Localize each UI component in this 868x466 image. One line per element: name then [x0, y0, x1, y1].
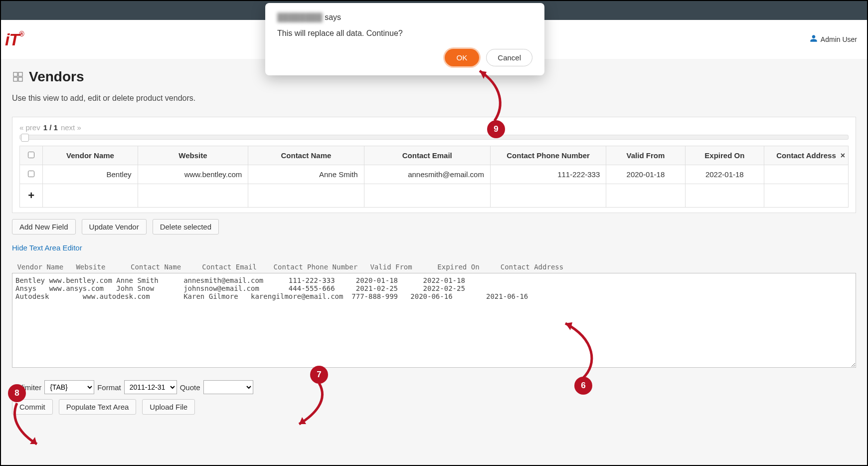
annotation-badge-6: 6 — [574, 377, 592, 395]
pager-prev[interactable]: « prev — [19, 123, 40, 132]
add-row-icon[interactable]: + — [28, 189, 34, 202]
svg-marker-5 — [565, 322, 572, 330]
editor-options-row: Delimiter {TAB} Format 2011-12-31 Quote — [12, 380, 856, 394]
dialog-source-hidden: ████████ — [277, 13, 323, 21]
cell-vendor-name[interactable]: Bentley — [43, 165, 138, 184]
vendors-table: Vendor Name Website Contact Name Contact… — [19, 146, 849, 208]
close-column-icon[interactable]: × — [841, 151, 845, 160]
user-block[interactable]: Admin User — [810, 34, 857, 44]
quote-label: Quote — [180, 383, 200, 392]
col-contact-phone[interactable]: Contact Phone Number — [490, 146, 606, 165]
pager: « prev 1 / 1 next » — [19, 123, 849, 132]
text-area-editor[interactable] — [12, 273, 856, 368]
format-select[interactable]: 2011-12-31 — [124, 380, 177, 394]
populate-button[interactable]: Populate Text Area — [59, 399, 137, 415]
cell-contact-name[interactable]: Anne Smith — [248, 165, 364, 184]
ok-button[interactable]: OK — [445, 49, 480, 66]
delimiter-select[interactable]: {TAB} — [44, 380, 94, 394]
cell-contact-phone[interactable]: 111-222-333 — [490, 165, 606, 184]
pager-position: 1 / 1 — [43, 123, 58, 132]
quote-select[interactable] — [203, 380, 253, 394]
grid-icon — [12, 71, 24, 83]
pager-next[interactable]: next » — [61, 123, 81, 132]
col-contact-email[interactable]: Contact Email — [364, 146, 490, 165]
user-name: Admin User — [821, 35, 857, 43]
add-new-field-button[interactable]: Add New Field — [12, 219, 76, 234]
select-all-checkbox[interactable] — [28, 152, 34, 158]
svg-rect-1 — [18, 72, 22, 76]
col-contact-name[interactable]: Contact Name — [248, 146, 364, 165]
annotation-badge-8: 8 — [8, 384, 26, 402]
svg-rect-2 — [13, 77, 17, 81]
vendors-panel: « prev 1 / 1 next » Vendor Name Website — [12, 117, 856, 213]
row-checkbox[interactable] — [28, 171, 34, 177]
col-contact-address[interactable]: Contact Address × — [764, 146, 849, 165]
cancel-button[interactable]: Cancel — [486, 49, 532, 66]
table-row: Bentley www.bentley.com Anne Smith annes… — [20, 165, 849, 184]
annotation-arrow-6 — [555, 319, 605, 384]
cell-expired-on[interactable]: 2022-01-18 — [685, 165, 764, 184]
upload-file-button[interactable]: Upload File — [142, 399, 195, 415]
cell-contact-email[interactable]: annesmith@email.com — [364, 165, 490, 184]
slider-thumb[interactable] — [21, 134, 29, 142]
annotation-badge-9: 9 — [487, 120, 505, 138]
annotation-arrow-7 — [294, 380, 334, 430]
annotation-arrow-9 — [470, 66, 510, 131]
main-content: Vendors Use this view to add, edit or de… — [1, 59, 867, 465]
svg-rect-0 — [13, 72, 17, 76]
annotation-badge-7: 7 — [310, 366, 328, 384]
page-title: Vendors — [29, 69, 84, 85]
update-vendor-button[interactable]: Update Vendor — [82, 219, 147, 234]
user-icon — [810, 34, 818, 44]
cell-valid-from[interactable]: 2020-01-18 — [606, 165, 685, 184]
col-website[interactable]: Website — [138, 146, 248, 165]
header-checkbox-cell — [20, 146, 43, 165]
annotation-arrow-8 — [12, 400, 47, 450]
cell-contact-address[interactable] — [764, 165, 849, 184]
col-valid-from[interactable]: Valid From — [606, 146, 685, 165]
format-label: Format — [97, 383, 121, 392]
editor-column-headers: Vendor Name Website Contact Name Contact… — [12, 261, 856, 273]
app-logo: iT® — [5, 30, 24, 49]
col-expired-on[interactable]: Expired On — [685, 146, 764, 165]
scroll-slider[interactable] — [19, 135, 849, 140]
col-vendor-name[interactable]: Vendor Name — [43, 146, 138, 165]
dialog-title: ████████ says — [277, 13, 532, 22]
confirm-dialog: ████████ says This will replace all data… — [265, 3, 544, 75]
table-add-row: + — [20, 184, 849, 208]
svg-rect-3 — [18, 77, 22, 81]
hide-editor-link[interactable]: Hide Text Area Editor — [12, 243, 82, 252]
page-subtitle: Use this view to add, edit or delete pro… — [12, 94, 856, 103]
cell-website[interactable]: www.bentley.com — [138, 165, 248, 184]
dialog-message: This will replace all data. Continue? — [277, 29, 532, 38]
delete-selected-button[interactable]: Delete selected — [153, 219, 219, 234]
